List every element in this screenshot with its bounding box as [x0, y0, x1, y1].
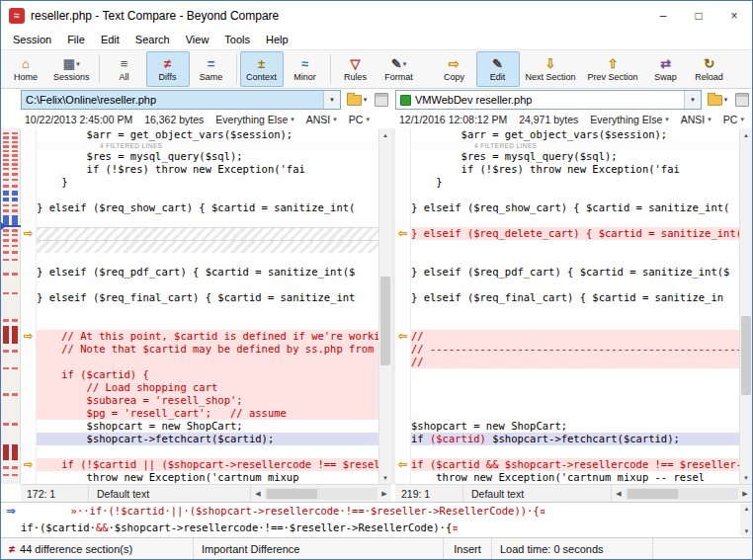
code-line[interactable]: [37, 317, 378, 330]
copy-right-arrow-icon[interactable]: ⇨: [21, 330, 36, 343]
right-path-combobox[interactable]: VMWebDev reseller.php ▾: [395, 90, 702, 110]
code-line[interactable]: if (!$cartid || ($shopcart->resellercode…: [37, 458, 378, 471]
code-line[interactable]: $arr = get_object_vars($session);: [37, 128, 378, 141]
code-line[interactable]: if (!$res) throw new Exception('fai: [37, 163, 378, 176]
scroll-up-icon[interactable]: ▲: [744, 506, 750, 512]
scroll-up-icon[interactable]: ▲: [379, 128, 391, 141]
scrollbar-track[interactable]: [265, 488, 377, 500]
code-line[interactable]: [411, 381, 739, 394]
scrollbar-track[interactable]: [626, 488, 738, 500]
scroll-down-icon[interactable]: ▼: [379, 471, 391, 484]
maximize-icon[interactable]: □: [681, 1, 716, 30]
code-line[interactable]: [37, 445, 378, 458]
menu-help[interactable]: Help: [258, 31, 296, 48]
code-line[interactable]: $arr = get_object_vars($session);: [411, 128, 739, 141]
copy-right-arrow-icon[interactable]: ⇨: [21, 458, 36, 471]
right-path-dropdown-icon[interactable]: ▾: [684, 91, 701, 109]
context-button[interactable]: ±Context: [240, 51, 284, 87]
copy-left-arrow-icon[interactable]: ⇦: [395, 458, 410, 471]
code-line[interactable]: [37, 304, 378, 317]
code-line[interactable]: [411, 407, 739, 420]
difference-map[interactable]: [1, 128, 21, 484]
code-line[interactable]: $res = mysql_query($sql);: [37, 150, 378, 163]
right-lineending-dropdown[interactable]: PC▾: [723, 114, 744, 125]
code-line[interactable]: $shopcart = new ShopCart;: [37, 420, 378, 433]
next-section-button[interactable]: ⇩Next Section: [520, 51, 582, 87]
code-line[interactable]: }: [411, 176, 739, 189]
scroll-right-icon[interactable]: ▶: [377, 490, 391, 498]
copy-left-arrow-icon[interactable]: ⇦: [395, 227, 410, 240]
code-line[interactable]: $shopcart->fetchcart($cartid);: [37, 433, 378, 445]
menu-view[interactable]: View: [178, 31, 217, 48]
all-button[interactable]: ≡All: [103, 51, 146, 87]
left-browse-button[interactable]: ▾: [344, 90, 370, 110]
right-encoding-dropdown[interactable]: ANSI▾: [681, 114, 711, 125]
menu-file[interactable]: File: [59, 31, 93, 48]
scroll-right-icon[interactable]: ▶: [738, 490, 752, 498]
code-line[interactable]: [411, 317, 739, 330]
line-detail-pane[interactable]: ⇒ »··if·(!$cartid·||·($shopcart->reselle…: [1, 502, 753, 537]
code-line[interactable]: [411, 445, 739, 458]
missing-lines-gap[interactable]: [37, 227, 378, 240]
code-line[interactable]: // Note that $cartid may be defined by s…: [37, 343, 378, 356]
code-line[interactable]: throw new Exception('cartnum mixup: [37, 471, 378, 484]
minor-button[interactable]: ≈Minor: [284, 51, 327, 87]
right-editor[interactable]: $arr = get_object_vars($session);4 FILTE…: [411, 128, 739, 484]
right-horizontal-scrollbar[interactable]: ◀ ▶: [612, 485, 752, 502]
left-lineending-dropdown[interactable]: PC▾: [349, 114, 370, 125]
code-line[interactable]: throw new Exception('cartnum mixup -- re…: [411, 471, 739, 484]
code-line[interactable]: [411, 368, 739, 381]
format-button[interactable]: ✎▾Format: [377, 51, 421, 87]
close-icon[interactable]: ×: [716, 1, 752, 30]
scrollbar-thumb[interactable]: [741, 316, 751, 395]
code-line[interactable]: [37, 214, 378, 227]
reload-button[interactable]: ↻Reload: [688, 51, 731, 87]
code-line[interactable]: [411, 240, 739, 253]
code-line[interactable]: } elseif ($req_show_cart) { $cartid = sa…: [411, 201, 739, 214]
menu-tools[interactable]: Tools: [216, 31, 258, 48]
left-vertical-scrollbar[interactable]: ▲ ▼: [378, 128, 391, 484]
left-save-button[interactable]: [373, 90, 390, 110]
menu-edit[interactable]: Edit: [93, 31, 127, 48]
scrollbar-thumb[interactable]: [267, 489, 317, 499]
code-line[interactable]: [37, 356, 378, 368]
right-filter-dropdown[interactable]: Everything Else▾: [590, 114, 668, 125]
right-browse-button[interactable]: ▾: [705, 90, 730, 110]
right-save-button[interactable]: [733, 90, 751, 110]
code-line[interactable]: $pg = 'resell_cart'; // assume: [37, 407, 378, 420]
code-line[interactable]: // At this point, $cartid is defined if …: [37, 330, 378, 343]
code-line[interactable]: //: [411, 356, 739, 368]
prev-section-button[interactable]: ⇧Prev Section: [582, 51, 644, 87]
code-line[interactable]: [411, 189, 739, 201]
missing-lines-gap[interactable]: [37, 240, 378, 253]
code-line[interactable]: [411, 394, 739, 407]
code-line[interactable]: } elseif ($req_final_cart) { $cartid = s…: [37, 291, 378, 304]
code-line[interactable]: $res = mysql_query($sql);: [411, 150, 739, 163]
code-line[interactable]: [37, 279, 378, 291]
scrollbar-thumb[interactable]: [628, 489, 678, 499]
left-horizontal-scrollbar[interactable]: ◀ ▶: [251, 485, 391, 502]
scrollbar-thumb[interactable]: [380, 277, 390, 365]
code-line[interactable]: if ($cartid && $shopcart->resellercode !…: [411, 458, 739, 471]
right-vertical-scrollbar[interactable]: ▲ ▼: [739, 128, 752, 484]
rules-button[interactable]: ▽Rules: [334, 51, 377, 87]
left-filter-dropdown[interactable]: Everything Else▾: [215, 114, 293, 125]
code-line[interactable]: [37, 189, 378, 201]
code-line[interactable]: } elseif ($req_pdf_cart) { $cartid = san…: [37, 266, 378, 279]
code-line[interactable]: [411, 253, 739, 266]
menu-session[interactable]: Session: [5, 31, 59, 48]
minimize-icon[interactable]: –: [645, 1, 681, 30]
left-encoding-dropdown[interactable]: ANSI▾: [306, 114, 337, 125]
scroll-down-icon[interactable]: ▼: [740, 471, 752, 484]
diffs-button[interactable]: ≠Diffs: [146, 51, 190, 87]
code-line[interactable]: } elseif ($req_pdf_cart) { $cartid = san…: [411, 266, 739, 279]
swap-button[interactable]: ⇄Swap: [644, 51, 688, 87]
filtered-lines-marker[interactable]: 4 FILTERED LINES: [411, 141, 739, 150]
code-line[interactable]: if (!$res) throw new Exception('fai: [411, 163, 739, 176]
edit-button[interactable]: ✎Edit: [476, 51, 520, 87]
menu-search[interactable]: Search: [127, 31, 178, 48]
filtered-lines-marker[interactable]: 4 FILTERED LINES: [37, 141, 378, 150]
code-line[interactable]: } elseif ($req_final_cart) { $cartid = s…: [411, 291, 739, 304]
code-line[interactable]: [411, 304, 739, 317]
code-line[interactable]: //: [411, 330, 739, 343]
